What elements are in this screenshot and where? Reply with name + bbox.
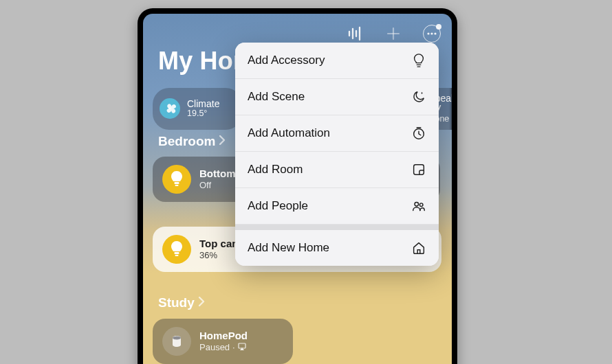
device-frame: My Home Climate 19.5° (138, 8, 457, 364)
home-icon (411, 240, 426, 255)
menu-label: Add People (248, 199, 308, 213)
svg-point-16 (173, 337, 181, 340)
intercom-button[interactable] (345, 23, 365, 44)
menu-label: Add New Home (248, 241, 329, 255)
bulb-icon (411, 53, 426, 68)
svg-rect-14 (175, 252, 179, 254)
climate-chip[interactable]: Climate 19.5° (153, 88, 242, 130)
svg-point-7 (430, 32, 433, 34)
svg-point-8 (434, 32, 436, 34)
people-icon (411, 198, 426, 214)
svg-rect-19 (414, 165, 424, 175)
tile-hp-state: Paused · (199, 342, 248, 352)
menu-label: Add Accessory (248, 54, 325, 67)
add-menu: Add Accessory Add Scene Add Automation (235, 43, 439, 266)
add-button[interactable] (383, 23, 404, 44)
svg-point-9 (169, 108, 171, 110)
menu-add-people[interactable]: Add People (235, 188, 439, 225)
screen: My Home Climate 19.5° (143, 14, 452, 364)
section-study[interactable]: Study (158, 295, 205, 310)
bulb-icon (162, 235, 191, 264)
chevron-right-icon (197, 295, 205, 310)
svg-rect-13 (175, 185, 179, 186)
section-bedroom-label: Bedroom (158, 134, 215, 149)
svg-rect-15 (175, 255, 179, 256)
tile-homepod[interactable]: HomePod Paused · (153, 319, 293, 364)
section-study-label: Study (158, 295, 195, 310)
chevron-right-icon (218, 134, 226, 149)
homepod-icon (162, 327, 191, 356)
climate-label: Climate (187, 99, 219, 109)
menu-label: Add Automation (248, 126, 330, 140)
fan-icon (160, 98, 180, 119)
ellipsis-icon (423, 25, 441, 43)
climate-text: Climate 19.5° (187, 99, 219, 119)
more-button[interactable] (422, 23, 442, 44)
svg-point-20 (415, 203, 419, 207)
menu-separator (235, 225, 439, 230)
tile-text: HomePod Paused · (199, 330, 248, 352)
section-bedroom[interactable]: Bedroom (158, 134, 226, 149)
airplay-icon (238, 343, 246, 351)
menu-label: Add Scene (248, 90, 305, 104)
svg-point-21 (419, 203, 423, 207)
menu-add-scene[interactable]: Add Scene (235, 79, 439, 115)
menu-add-new-home[interactable]: Add New Home (235, 230, 439, 266)
menu-add-automation[interactable]: Add Automation (235, 115, 439, 152)
moon-icon (411, 89, 426, 104)
svg-point-6 (427, 32, 429, 34)
climate-value: 19.5° (187, 109, 219, 119)
menu-label: Add Room (248, 163, 303, 177)
clock-icon (411, 126, 426, 141)
tile-hp-name: HomePod (199, 330, 248, 342)
menu-add-room[interactable]: Add Room (235, 152, 439, 188)
svg-rect-17 (239, 343, 245, 348)
svg-rect-12 (175, 182, 179, 184)
menu-add-accessory[interactable]: Add Accessory (235, 43, 439, 79)
bulb-icon (162, 165, 191, 194)
room-icon (411, 162, 426, 177)
